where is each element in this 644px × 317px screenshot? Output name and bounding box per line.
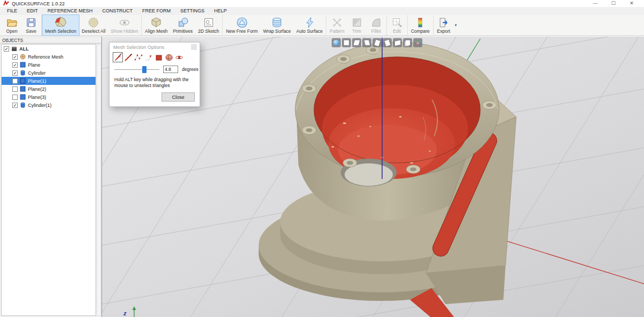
auto-surface-button[interactable]: Auto Surface [294, 15, 325, 35]
tree-row-cylinder1[interactable]: ✓ Cylinder(1) [2, 101, 96, 109]
checkbox-reference-mesh[interactable]: ✓ [12, 54, 18, 60]
tree-row-cylinder[interactable]: ✓ Cylinder [2, 69, 96, 77]
align-mesh-button[interactable]: Align Mesh [142, 15, 170, 35]
dialog-hint-text: Hold ALT key while dragging with the mou… [109, 74, 200, 89]
view-right-button[interactable] [372, 38, 382, 47]
tree-row-all[interactable]: ✓ ALL [2, 45, 96, 53]
angle-select-icon [144, 53, 153, 62]
objects-panel: OBJECTS ✓ ALL ✓ Reference Mesh ✓ Plane ✓… [0, 37, 102, 317]
polyline-select-icon [134, 53, 143, 62]
brush-select-icon [114, 53, 122, 62]
objects-panel-title: OBJECTS [0, 37, 102, 44]
free-form-sphere-icon [236, 17, 248, 28]
primitives-button[interactable]: Primitives [170, 15, 195, 35]
view-iso-button[interactable] [403, 38, 412, 47]
eye-icon [119, 17, 130, 28]
fillet-icon [370, 17, 382, 28]
checkbox-cylinder1[interactable]: ✓ [12, 103, 18, 108]
minimize-button[interactable]: — [586, 0, 604, 7]
sphere-icon [333, 40, 339, 46]
deselect-all-button[interactable]: Deselect All [79, 15, 108, 35]
app-title: QUICKSURFACE 1.0.22 [12, 1, 65, 6]
z-axis-label: z [123, 310, 127, 316]
angle-value-input[interactable] [163, 66, 178, 73]
close-button[interactable]: ✕ [623, 0, 641, 7]
checkbox-plane2[interactable] [12, 87, 18, 92]
tree-row-plane1[interactable]: Plane(1) [2, 77, 96, 85]
checkbox-cylinder[interactable]: ✓ [12, 70, 18, 76]
tree-row-plane2[interactable]: Plane(2) [2, 85, 96, 93]
pattern-button: Pattern [327, 15, 347, 35]
checkbox-plane1[interactable] [12, 78, 18, 84]
angle-select-button[interactable] [144, 53, 153, 62]
save-button[interactable]: Save [21, 15, 41, 35]
model-mesh[interactable] [259, 42, 516, 317]
window-controls: — ☐ ✕ [586, 0, 641, 7]
slider-handle[interactable] [142, 66, 147, 73]
cylinder-icon [20, 70, 26, 76]
tree-row-reference-mesh[interactable]: ✓ Reference Mesh [2, 53, 96, 61]
open-folder-icon [6, 17, 18, 28]
bottom-plane-icon [395, 40, 400, 45]
view-left-button[interactable] [362, 38, 371, 47]
view-back-button[interactable] [352, 38, 361, 47]
export-dropdown-button[interactable]: ▾ [453, 15, 459, 35]
menu-help[interactable]: HELP [209, 7, 232, 15]
lightning-icon [304, 17, 316, 28]
cylinder-icon [20, 102, 26, 108]
show-hidden-button: Show Hidden [108, 15, 141, 35]
view-front-button[interactable] [342, 38, 351, 47]
view-bottom-button[interactable] [393, 38, 402, 47]
export-arrow-icon [438, 17, 450, 28]
mesh-selection-button[interactable]: Mesh Selection [42, 15, 79, 35]
checkbox-plane[interactable]: ✓ [12, 62, 18, 68]
2d-sketch-button[interactable]: 2D Sketch [195, 15, 222, 35]
new-free-form-button[interactable]: New Free Form [223, 15, 260, 35]
axis-triad-icon [415, 40, 421, 46]
polyline-select-button[interactable] [134, 53, 143, 62]
all-box-icon [11, 46, 17, 52]
checkbox-all[interactable]: ✓ [4, 46, 9, 52]
view-orbit-button[interactable] [332, 38, 341, 47]
angle-slider[interactable] [114, 66, 159, 73]
rectangle-select-button[interactable] [154, 53, 163, 62]
menu-settings[interactable]: SETTINGS [175, 7, 209, 15]
wrap-cylinder-icon [271, 17, 283, 28]
sphere-select-button[interactable] [164, 53, 173, 62]
align-cube-icon [150, 17, 162, 28]
brush-select-button[interactable] [113, 53, 122, 62]
view-orientation-toolbar [332, 38, 422, 47]
compare-rainbow-icon [414, 17, 426, 28]
dialog-close-button[interactable]: Close [162, 92, 195, 102]
rectangle-select-icon [155, 53, 163, 62]
wrap-surface-button[interactable]: Wrap Surface [260, 15, 294, 35]
pen-select-icon [124, 53, 133, 62]
tree-scrollbar[interactable] [97, 44, 101, 316]
compare-button[interactable]: Compare [408, 15, 433, 35]
view-top-button[interactable] [383, 38, 392, 47]
tree-row-plane3[interactable]: Plane(3) [2, 93, 96, 101]
view-axes-button[interactable] [413, 38, 422, 47]
open-button[interactable]: Open [2, 15, 21, 35]
plane-icon [20, 62, 26, 68]
coordinate-triad: z [119, 303, 147, 317]
menu-free-form[interactable]: FREE FORM [137, 7, 175, 15]
tree-row-plane[interactable]: ✓ Plane [2, 61, 96, 69]
maximize-button[interactable]: ☐ [604, 0, 623, 7]
menu-edit[interactable]: EDIT [22, 7, 43, 15]
iso-plane-icon [406, 40, 410, 45]
title-bar: QUICKSURFACE 1.0.22 — ☐ ✕ [0, 0, 644, 7]
top-plane-icon [384, 40, 390, 46]
visible-select-button[interactable] [174, 53, 184, 62]
panel-splitter[interactable] [101, 37, 102, 317]
menu-reference-mesh[interactable]: REFERENCE MESH [43, 7, 98, 15]
main-toolbar: Open Save Mesh Selection Deselect All [0, 15, 644, 36]
dialog-close-icon[interactable] [191, 44, 197, 50]
pen-select-button[interactable] [123, 53, 133, 62]
menu-construct[interactable]: CONSTRUCT [98, 7, 138, 15]
left-plane-icon [364, 40, 369, 45]
menu-file[interactable]: FILE [2, 7, 22, 15]
export-button[interactable]: Export [434, 15, 453, 35]
checkbox-plane3[interactable] [12, 95, 18, 100]
front-plane-icon [344, 40, 349, 45]
